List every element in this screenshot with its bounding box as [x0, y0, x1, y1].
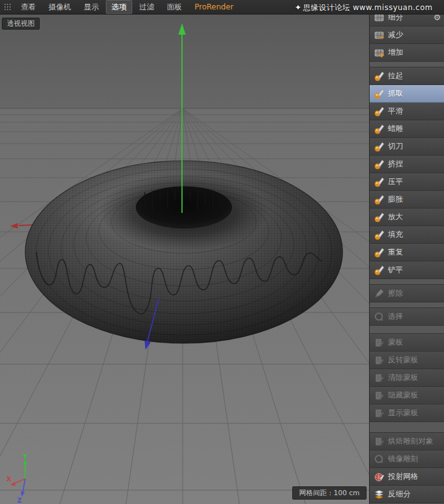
tool-label: 压平: [388, 176, 403, 187]
circle-icon: [372, 311, 386, 323]
tool-group-brushes: 拉起抓取平滑蜡雕切刀挤捏压平膨胀放大填充重复铲平: [370, 67, 444, 279]
grid-minus-icon: [372, 30, 386, 41]
tool-label: 抓取: [388, 88, 403, 99]
sparkle-icon: ✦: [295, 3, 302, 12]
pen-ball-icon: [372, 229, 386, 241]
pen-ball-icon: [372, 159, 386, 170]
tool-label: 重复: [388, 247, 403, 258]
tool-label: 反细分: [388, 489, 411, 500]
tool-label: 铲平: [388, 265, 403, 275]
grid-icon: [372, 14, 386, 23]
tool-label: 拉起: [388, 71, 403, 81]
circle-icon: [372, 454, 386, 465]
tool-label: 增加: [388, 47, 403, 58]
tool-label: 擦除: [388, 288, 403, 299]
pen-ball-icon: [372, 247, 386, 258]
tool-label: 清除蒙板: [388, 372, 418, 383]
tool-scrape[interactable]: 铲平: [370, 261, 444, 279]
menu-item-camera[interactable]: 摄像机: [43, 0, 77, 14]
tool-pinch[interactable]: 挤捏: [370, 156, 444, 173]
menu-item-display[interactable]: 显示: [78, 0, 105, 14]
tool-invert-mask: 反转蒙板: [370, 352, 444, 369]
tool-wax[interactable]: 蜡雕: [370, 120, 444, 138]
tool-inflate[interactable]: 膨胀: [370, 191, 444, 209]
tool-label: 膨胀: [388, 194, 403, 205]
menu-item-view[interactable]: 查看: [15, 0, 42, 14]
grid-spacing-status: 网格间距 : 100 cm: [292, 486, 367, 500]
tool-label: 细分: [388, 14, 403, 23]
viewport[interactable]: 透视视图: [0, 14, 369, 504]
tool-repeat[interactable]: 重复: [370, 244, 444, 261]
tool-grab[interactable]: 抓取: [370, 85, 444, 103]
tool-label: 蒙板: [388, 337, 403, 348]
view-label[interactable]: 透视视图: [2, 18, 40, 30]
tool-groups: 细分⚙减少增加拉起抓取平滑蜡雕切刀挤捏压平膨胀放大填充重复铲平擦除选择蒙板反转蒙…: [370, 14, 444, 503]
menu-item-filter[interactable]: 过滤: [134, 0, 160, 14]
page-icon: [372, 372, 386, 384]
tool-smooth[interactable]: 平滑: [370, 103, 444, 120]
tool-pull[interactable]: 拉起: [370, 67, 444, 85]
pen-ball-icon: [372, 265, 386, 276]
tool-label: 减少: [388, 30, 403, 40]
gizmo-y-label: Y: [22, 453, 28, 460]
tool-decrease[interactable]: 减少: [370, 26, 444, 44]
pen-ball-icon: [372, 141, 386, 152]
tool-label: 平滑: [388, 106, 403, 117]
pen-ball-icon: [372, 123, 386, 135]
gear-icon[interactable]: ⚙: [433, 14, 441, 22]
tool-desubdivide[interactable]: 反细分: [370, 486, 444, 503]
tool-group-subdivision: 细分⚙减少增加: [370, 14, 444, 62]
tool-label: 切刀: [388, 141, 403, 152]
tool-label: 填充: [388, 229, 403, 240]
tool-group-erase: 擦除: [370, 284, 444, 302]
tool-group-select: 选择: [370, 307, 444, 326]
page-icon: [372, 408, 386, 419]
tool-flatten[interactable]: 压平: [370, 173, 444, 191]
menu-items: 查看摄像机显示选项过滤面板ProRender: [14, 0, 240, 14]
menu-item-panel[interactable]: 面板: [161, 0, 188, 14]
tool-label: 隐藏蒙板: [388, 390, 418, 401]
tool-label: 选择: [388, 311, 403, 322]
menu-item-prorender[interactable]: ProRender: [189, 0, 239, 14]
grid-red-icon: [372, 471, 386, 483]
tool-label: 镜像雕刻: [388, 454, 418, 464]
tool-mirror-sculpt: 镜像雕刻: [370, 450, 444, 468]
sky-background: [0, 14, 369, 108]
tool-increase[interactable]: 增加: [370, 44, 444, 62]
tool-label: 挤捏: [388, 159, 403, 169]
page-icon: [372, 337, 386, 348]
tool-mask: 蒙板: [370, 334, 444, 352]
grip-dots-icon[interactable]: [3, 3, 13, 11]
tool-label: 反转蒙板: [388, 355, 418, 365]
tool-bake-sculpt-object: 烘焙雕刻对象: [370, 433, 444, 450]
tool-select: 选择: [370, 308, 444, 326]
grid-plus-icon: [372, 47, 386, 59]
pen-ball-icon: [372, 194, 386, 205]
pen-ball-icon: [372, 71, 386, 82]
tool-label: 显示蒙板: [388, 408, 418, 418]
gizmo-x-label: X: [6, 476, 11, 483]
tool-label: 烘焙雕刻对象: [388, 436, 433, 447]
pen-ball-icon: [372, 212, 386, 223]
tool-subdivide[interactable]: 细分⚙: [370, 14, 444, 26]
pen-ball-icon: [372, 88, 386, 100]
pen-ball-icon: [372, 106, 386, 117]
tool-amplify[interactable]: 放大: [370, 209, 444, 226]
tool-project-mesh[interactable]: 投射网格: [370, 468, 444, 486]
tool-group-mask: 蒙板反转蒙板清除蒙板隐藏蒙板显示蒙板: [370, 333, 444, 422]
tool-label: 放大: [388, 212, 403, 222]
sculpt-toolbar: 细分⚙减少增加拉起抓取平滑蜡雕切刀挤捏压平膨胀放大填充重复铲平擦除选择蒙板反转蒙…: [369, 14, 444, 504]
viewport-canvas[interactable]: Y X Z: [0, 14, 369, 504]
tool-knife[interactable]: 切刀: [370, 138, 444, 156]
tool-fill[interactable]: 填充: [370, 226, 444, 244]
page-icon: [372, 390, 386, 401]
watermark: ✦思缘设计论坛 www.missyuan.com: [295, 3, 433, 13]
pen-icon: [372, 288, 386, 299]
menu-item-options[interactable]: 选项: [106, 0, 132, 14]
tool-group-utility: 烘焙雕刻对象镜像雕刻投射网格反细分: [370, 432, 444, 503]
pen-ball-icon: [372, 176, 386, 188]
gizmo-z-label: Z: [17, 497, 21, 504]
tool-hide-mask: 隐藏蒙板: [370, 387, 444, 404]
page-icon: [372, 355, 386, 366]
watermark-text: 思缘设计论坛 www.missyuan.com: [303, 3, 433, 12]
